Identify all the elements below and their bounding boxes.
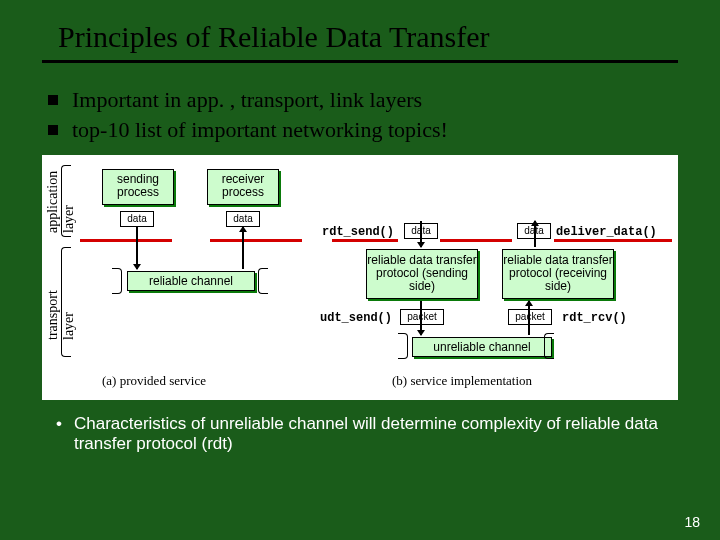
bullet-square-icon — [48, 95, 58, 105]
slide-title: Principles of Reliable Data Transfer — [0, 0, 720, 60]
brace-chan-right-a — [258, 268, 268, 294]
fn-rdt-rcv: rdt_rcv() — [562, 311, 627, 325]
brace-chan-right-b — [544, 333, 554, 359]
layer-boundary-a-left — [80, 239, 172, 242]
layer-boundary-a-right — [210, 239, 302, 242]
bullet-square-icon — [48, 125, 58, 135]
arrow-up-recv-a — [242, 227, 244, 269]
layer-boundary-b-3 — [554, 239, 672, 242]
box-packet-send: packet — [400, 309, 444, 325]
arrow-down-send-a — [136, 227, 138, 269]
diagram-figure: applicationlayer transportlayer sending … — [42, 155, 678, 400]
box-reliable-channel: reliable channel — [127, 271, 255, 291]
fn-udt-send: udt_send() — [320, 311, 392, 325]
bullet-dot-icon: • — [56, 414, 74, 454]
brace-chan-left-a — [112, 268, 122, 294]
caption-a: (a) provided service — [102, 373, 206, 389]
lower-bullet-text: Characteristics of unreliable channel wi… — [74, 414, 660, 454]
fn-rdt-send: rdt_send() — [322, 225, 394, 239]
fn-deliver-data: deliver_data() — [556, 225, 657, 239]
bullet-text: top-10 list of important networking topi… — [72, 117, 448, 143]
caption-b: (b) service implementation — [392, 373, 532, 389]
layer-boundary-b-2 — [440, 239, 512, 242]
top-bullets: Important in app. , transport, link laye… — [0, 63, 720, 145]
box-data-send-a: data — [120, 211, 154, 227]
brace-chan-left-b — [398, 333, 408, 359]
arrow-down-udt-send — [420, 301, 422, 335]
bullet-item: top-10 list of important networking topi… — [48, 115, 720, 145]
box-receiver-process: receiver process — [207, 169, 279, 205]
arrow-up-deliver — [534, 221, 536, 247]
box-unreliable-channel: unreliable channel — [412, 337, 552, 357]
brace-transport — [61, 247, 71, 357]
box-packet-recv: packet — [508, 309, 552, 325]
brace-application — [61, 165, 71, 237]
page-number: 18 — [684, 514, 700, 530]
bullet-text: Important in app. , transport, link laye… — [72, 87, 422, 113]
lower-bullet: • Characteristics of unreliable channel … — [0, 400, 720, 454]
box-data-recv-a: data — [226, 211, 260, 227]
box-proto-recv: reliable data transfer protocol (receivi… — [502, 249, 614, 299]
arrow-down-rdt-send — [420, 221, 422, 247]
arrow-up-rdt-rcv — [528, 301, 530, 335]
layer-boundary-b-1 — [332, 239, 398, 242]
box-proto-send: reliable data transfer protocol (sending… — [366, 249, 478, 299]
bullet-item: Important in app. , transport, link laye… — [48, 85, 720, 115]
box-sending-process: sending process — [102, 169, 174, 205]
